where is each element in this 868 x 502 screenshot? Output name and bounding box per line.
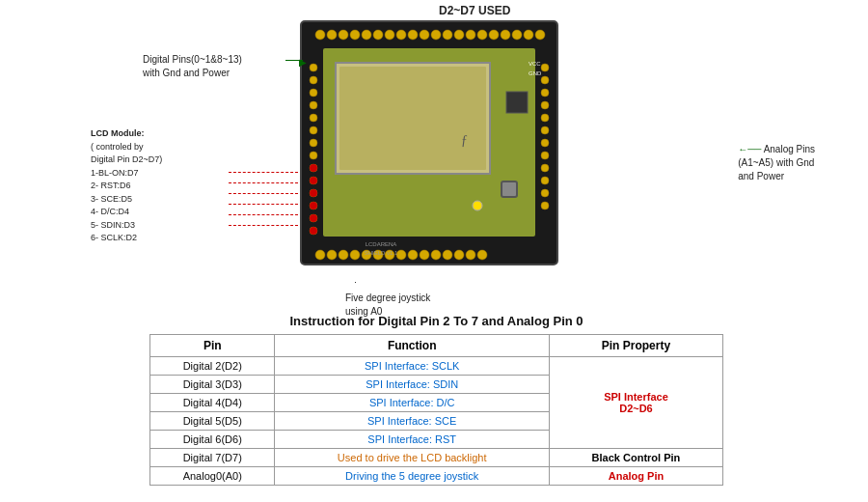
lcd-pin2: 2- RST:D6 (91, 180, 162, 193)
svg-point-8 (396, 30, 406, 40)
svg-point-22 (327, 250, 337, 260)
svg-point-54 (541, 114, 549, 122)
svg-point-2 (327, 30, 337, 40)
svg-point-60 (541, 189, 549, 197)
lcd-arrow-line4 (229, 204, 298, 205)
svg-point-19 (524, 30, 533, 40)
lcd-arrow-line3 (229, 193, 298, 194)
svg-point-55 (541, 126, 549, 134)
svg-point-77 (310, 214, 317, 222)
table-title: Instruction for Digital Pin 2 To 7 and A… (149, 314, 723, 328)
svg-text:VCC: VCC (529, 61, 541, 67)
svg-point-9 (408, 30, 418, 40)
lcd-controlled-by: ( controled by (91, 141, 162, 154)
svg-point-33 (454, 250, 464, 260)
svg-point-43 (310, 152, 317, 159)
svg-point-73 (310, 164, 317, 172)
svg-point-34 (466, 250, 475, 260)
svg-text:SHIELD v1.1: SHIELD v1.1 (365, 250, 398, 256)
digital-arrowhead: ▶ (299, 57, 307, 68)
pin-cell: Digital 3(D3) (150, 376, 275, 394)
col-property-header: Pin Property (549, 335, 722, 357)
function-cell: SPI Interface: SDIN (275, 376, 549, 394)
svg-point-61 (541, 202, 549, 209)
pin-cell: Digital 4(D4) (150, 394, 275, 412)
col-function-header: Function (275, 335, 549, 357)
function-cell: Used to drive the LCD backlight (275, 449, 549, 467)
lcd-pin1: 1-BL-ON:D7 (91, 167, 162, 181)
svg-point-78 (310, 227, 317, 235)
svg-point-75 (310, 189, 317, 197)
function-cell: SPI Interface: RST (275, 431, 549, 449)
svg-point-5 (362, 30, 371, 40)
table-header-row: Pin Function Pin Property (150, 335, 723, 357)
svg-point-15 (477, 30, 487, 40)
svg-point-42 (310, 139, 317, 147)
pin-instruction-table-section: Instruction for Digital Pin 2 To 7 and A… (149, 314, 723, 486)
pin-cell: Digital 2(D2) (150, 357, 275, 376)
lcd-arrow-line6 (229, 225, 298, 226)
svg-point-7 (385, 30, 394, 40)
board-diagram: ƒ VCC GND LCDARENA SHIELD v1.1 (299, 19, 559, 270)
svg-point-41 (310, 126, 317, 134)
svg-point-11 (431, 30, 441, 40)
svg-point-21 (315, 250, 325, 260)
table-row: Digital 2(D2)SPI Interface: SCLKSPI Inte… (150, 357, 723, 376)
function-cell: SPI Interface: SCLK (275, 357, 549, 376)
diagram-area: D2~D7 USED ▼ ▼ ▼ ▼ ▼ ▼ (0, 0, 868, 309)
svg-point-76 (310, 202, 317, 209)
svg-point-16 (489, 30, 499, 40)
svg-point-67 (473, 201, 482, 210)
svg-point-58 (541, 164, 549, 172)
table-body: Digital 2(D2)SPI Interface: SCLKSPI Inte… (150, 357, 723, 486)
pin-cell: Digital 6(D6) (150, 431, 275, 449)
svg-point-24 (350, 250, 360, 260)
table-row: Analog0(A0)Driving the 5 degree joystick… (150, 467, 723, 486)
svg-point-30 (420, 250, 429, 260)
property-cell: Black Control Pin (549, 449, 722, 467)
lcd-pin5: 5- SDIN:D3 (91, 219, 162, 233)
lcd-arrow-line5 (229, 214, 298, 215)
lcd-arrow-line (229, 172, 298, 173)
svg-point-20 (535, 30, 545, 40)
svg-point-53 (541, 101, 549, 109)
svg-rect-65 (506, 92, 528, 113)
lcd-digital-range: Digital Pin D2~D7) (91, 153, 162, 167)
svg-point-14 (466, 30, 475, 40)
svg-point-13 (454, 30, 464, 40)
digital-pins-annotation: Digital Pins(0~1&8~13)with Gnd and Power (143, 53, 242, 80)
svg-point-39 (310, 101, 317, 109)
svg-point-18 (512, 30, 522, 40)
pin-cell: Digital 7(D7) (150, 449, 275, 467)
svg-point-50 (541, 64, 549, 71)
svg-point-35 (477, 250, 487, 260)
svg-point-4 (350, 30, 360, 40)
lcd-pin3: 3- SCE:D5 (91, 193, 162, 207)
svg-text:GND: GND (529, 70, 542, 76)
lcd-pin6: 6- SCLK:D2 (91, 232, 162, 245)
svg-point-23 (339, 250, 348, 260)
board-svg: ƒ VCC GND LCDARENA SHIELD v1.1 (299, 19, 559, 270)
svg-point-32 (443, 250, 452, 260)
pin-table: Pin Function Pin Property Digital 2(D2)S… (149, 334, 723, 486)
svg-point-74 (310, 177, 317, 184)
col-pin-header: Pin (150, 335, 275, 357)
function-cell: SPI Interface: SCE (275, 412, 549, 431)
svg-point-28 (396, 250, 406, 260)
svg-point-57 (541, 152, 549, 159)
svg-point-31 (431, 250, 441, 260)
svg-point-10 (420, 30, 429, 40)
svg-text:ƒ: ƒ (461, 133, 468, 148)
lcd-module-annotation: LCD Module: ( controled by Digital Pin D… (89, 126, 164, 247)
svg-point-38 (310, 89, 317, 97)
pin-cell: Digital 5(D5) (150, 412, 275, 431)
svg-point-17 (501, 30, 510, 40)
analog-pins-annotation: ←── Analog Pins(A1~A5) with Gndand Power (738, 143, 815, 183)
svg-point-52 (541, 89, 549, 97)
lcd-arrow-line2 (229, 182, 298, 183)
svg-point-59 (541, 177, 549, 184)
svg-point-56 (541, 139, 549, 147)
svg-point-36 (310, 64, 317, 71)
svg-text:LCDARENA: LCDARENA (366, 241, 397, 247)
page-container: D2~D7 USED ▼ ▼ ▼ ▼ ▼ ▼ (0, 0, 868, 502)
